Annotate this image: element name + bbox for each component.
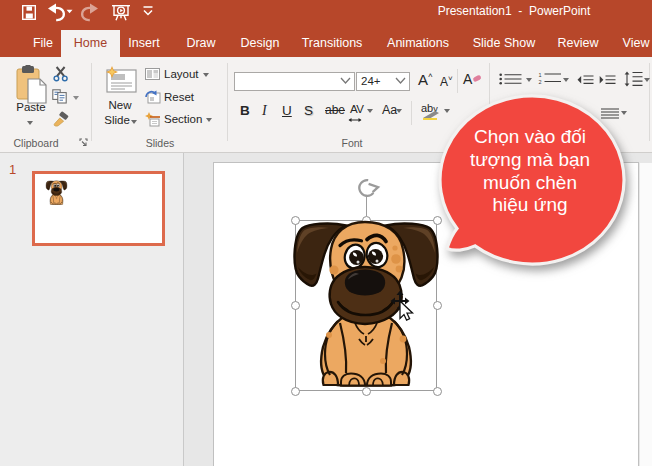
svg-text:2: 2: [539, 79, 542, 85]
svg-text:1: 1: [539, 72, 542, 78]
